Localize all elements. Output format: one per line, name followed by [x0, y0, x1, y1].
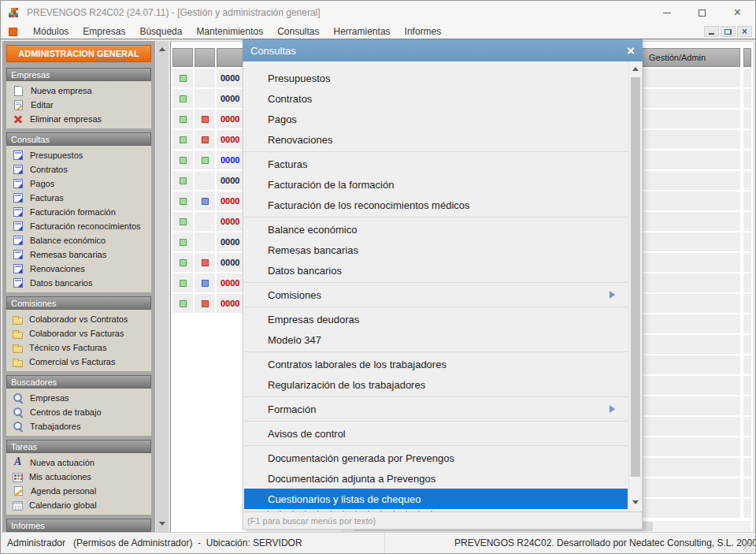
popup-menu-group: Documentación generada por PrevengosDocu…: [244, 445, 628, 511]
popup-menu-group: Comisiones: [244, 282, 628, 307]
popup-menu-item[interactable]: Contratos: [244, 88, 628, 109]
sidebar-item[interactable]: Pagos: [6, 177, 151, 191]
table-cell-status-1: [172, 212, 193, 231]
popup-menu-item-label: Facturación de los reconocimientos médic…: [268, 199, 470, 211]
sidebar-section-header[interactable]: Empresas: [6, 68, 151, 81]
column-header[interactable]: [195, 48, 215, 67]
popup-menu-item[interactable]: Facturación de los reconocimientos médic…: [244, 195, 628, 215]
sidebar-item[interactable]: Eliminar empresas: [6, 112, 151, 126]
sidebar-item[interactable]: Facturas: [6, 191, 151, 205]
close-icon: ×: [734, 6, 741, 19]
sidebar-item[interactable]: Calendario global: [6, 498, 151, 512]
green-status-icon: [202, 157, 209, 164]
sidebar-item[interactable]: Nueva empresa: [6, 84, 151, 98]
sidebar-item[interactable]: Comercial vs Facturas: [6, 355, 151, 369]
sidebar-item[interactable]: Contratos: [6, 162, 151, 177]
sidebar-section-header[interactable]: Consultas: [6, 132, 151, 146]
popup-menu-item[interactable]: Pagos: [244, 109, 628, 129]
popup-menu-item[interactable]: Empresas deudoras: [244, 309, 628, 329]
sidebar-item-label: Facturas: [30, 193, 64, 203]
sidebar-item[interactable]: Editar: [6, 98, 151, 112]
popup-menu-item[interactable]: Comisiones: [244, 284, 628, 305]
table-cell: [743, 335, 751, 354]
scroll-down-icon[interactable]: [632, 500, 639, 504]
close-button[interactable]: ×: [720, 1, 755, 24]
popup-menu-item[interactable]: Datos bancarios: [244, 260, 628, 281]
popup-menu-item[interactable]: Contratos laborales de los trabajadores: [244, 354, 628, 374]
module-icon[interactable]: [9, 28, 17, 36]
maximize-icon: [699, 9, 706, 17]
sidebar-item[interactable]: Facturación reconocimientos: [6, 219, 151, 233]
scrollbar-thumb[interactable]: [631, 77, 640, 477]
mdi-restore-button[interactable]: [721, 26, 736, 37]
sidebar-item[interactable]: Técnico vs Facturas: [6, 340, 151, 355]
sidebar-item[interactable]: Centros de trabajo: [6, 405, 151, 419]
sidebar-section-header[interactable]: Informes: [6, 519, 151, 532]
popup-menu-item[interactable]: Formación: [244, 399, 628, 419]
column-header[interactable]: [172, 48, 193, 67]
menubar-item-módulos[interactable]: Módulos: [26, 26, 76, 37]
sidebar-item[interactable]: Empresas: [6, 391, 151, 405]
menubar-item-mantenimientos[interactable]: Mantenimientos: [189, 26, 270, 37]
table-cell: [743, 355, 751, 374]
sidebar-section-header[interactable]: Comisiones: [6, 296, 151, 310]
table-cell: [743, 396, 751, 415]
mdi-minimize-button[interactable]: [704, 26, 719, 37]
menubar-item-empresas[interactable]: Empresas: [76, 26, 132, 37]
column-header[interactable]: [743, 48, 751, 67]
maximize-button[interactable]: [684, 1, 720, 24]
query-icon: [13, 221, 23, 231]
popup-menu-item[interactable]: Presupuestos: [244, 68, 628, 88]
sidebar-item-label: Colaborador vs Contratos: [29, 314, 128, 324]
sidebar-item[interactable]: Renovaciones: [6, 262, 151, 276]
sidebar-section-header[interactable]: Buscadores: [6, 375, 151, 389]
table-cell-status-1: [172, 171, 193, 190]
sidebar-item[interactable]: Datos bancarios: [6, 276, 151, 290]
popup-menu-item[interactable]: Facturas: [244, 154, 628, 174]
popup-menu-item[interactable]: Documentación generada por Prevengos: [244, 448, 628, 468]
popup-scrollbar[interactable]: [628, 61, 642, 511]
sidebar-item[interactable]: Agenda personal: [6, 484, 151, 498]
menubar-item-consultas[interactable]: Consultas: [270, 26, 326, 37]
popup-menu-item[interactable]: Remesas bancarias: [244, 240, 628, 260]
popup-menu-item[interactable]: Regularización de los trabajadores: [244, 374, 628, 395]
sidebar-item[interactable]: Nueva actuación: [6, 455, 151, 470]
sidebar-item[interactable]: Facturación formación: [6, 205, 151, 219]
sidebar-item[interactable]: Mis actuaciones: [6, 470, 151, 484]
popup-menu-item[interactable]: Documentación adjunta a Prevengos: [244, 468, 628, 489]
mdi-close-button[interactable]: ×: [737, 26, 752, 37]
popup-header[interactable]: Consultas ×: [243, 39, 643, 61]
sidebar-item[interactable]: Balance económico: [6, 233, 151, 247]
sidebar-section-header[interactable]: Tareas: [6, 440, 151, 453]
sidebar-item[interactable]: Trabajadores: [6, 419, 151, 433]
menubar-item-herramientas[interactable]: Herramientas: [327, 26, 398, 37]
minimize-button[interactable]: [649, 1, 684, 24]
sidebar-item[interactable]: Remesas bancarias: [6, 247, 151, 262]
popup-menu-item-label: Remesas bancarias: [268, 244, 358, 256]
popup-menu-item[interactable]: Cuestionarios y listas de chequeo: [244, 489, 628, 509]
sidebar-section-panel: Nueva actuaciónMis actuacionesAgenda per…: [6, 453, 151, 515]
sidebar-scrollbar[interactable]: [156, 41, 169, 532]
popup-menu-item[interactable]: Avisos de control: [244, 423, 628, 444]
row-code: 0000: [220, 299, 239, 308]
scroll-up-icon[interactable]: [159, 47, 165, 51]
popup-menu-item[interactable]: Modelo 347: [244, 329, 628, 350]
popup-close-icon[interactable]: ×: [627, 44, 635, 58]
menu-items: MódulosEmpresasBúsquedaMantenimientosCon…: [26, 26, 448, 37]
scroll-down-icon[interactable]: [159, 522, 165, 526]
menubar-item-informes[interactable]: Informes: [398, 26, 449, 37]
table-cell-status-1: [172, 294, 193, 313]
menubar-item-búsqueda[interactable]: Búsqueda: [132, 26, 189, 37]
resize-grip[interactable]: [743, 541, 754, 552]
sidebar-item[interactable]: Presupuestos: [6, 148, 151, 162]
popup-menu-item[interactable]: Renovaciones: [244, 129, 628, 150]
scroll-up-icon[interactable]: [632, 67, 639, 71]
sidebar-item[interactable]: Colaborador vs Facturas: [6, 326, 151, 340]
popup-title: Consultas: [250, 45, 296, 57]
row-code: 0000: [220, 217, 239, 226]
clipped-menu-item[interactable]: [267, 511, 440, 511]
sidebar-item[interactable]: Colaborador vs Contratos: [6, 312, 151, 326]
popup-menu-item[interactable]: Facturación de la formación: [244, 174, 628, 195]
popup-menu-item[interactable]: Balance económico: [244, 219, 628, 240]
popup-menu-item-label: Modelo 347: [268, 334, 321, 346]
